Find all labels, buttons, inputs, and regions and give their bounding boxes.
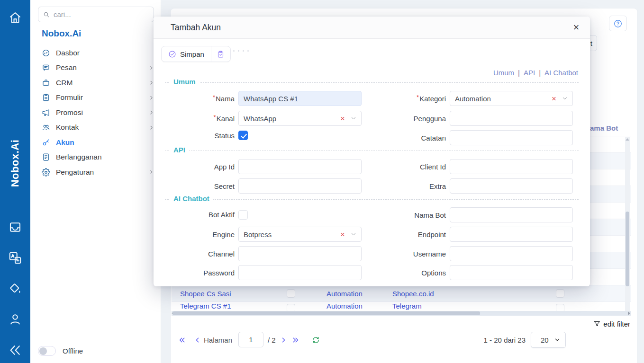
engine-select[interactable]: Botpress ×: [238, 227, 362, 242]
sidebar-item-dasbor[interactable]: Dasbor: [30, 45, 161, 61]
first-page-icon: [178, 336, 186, 344]
drag-dots: [233, 50, 249, 52]
options-input[interactable]: [450, 265, 573, 280]
close-button[interactable]: ×: [569, 20, 583, 35]
edit-filter-button[interactable]: edit filter: [593, 320, 630, 328]
megaphone-icon: [42, 108, 50, 117]
nama-input[interactable]: [238, 91, 362, 106]
tambah-akun-modal: Tambah Akun × Simpan Umum | API | AI Cha…: [154, 17, 590, 286]
clear-icon[interactable]: ×: [340, 115, 345, 123]
prev-page-button[interactable]: [193, 332, 201, 348]
tab-ai-chatbot[interactable]: AI Chatbot: [544, 69, 578, 77]
section-ai-chatbot: AI Chatbot: [165, 199, 579, 200]
user-icon[interactable]: [8, 312, 22, 327]
bot-aktif-checkbox[interactable]: [238, 210, 248, 220]
field-endpoint: Endpoint: [376, 227, 573, 242]
username-input[interactable]: [450, 246, 573, 261]
last-page-icon: [291, 336, 299, 344]
sidebar-item-promosi[interactable]: Promosi: [30, 105, 161, 120]
row-checkbox[interactable]: [556, 289, 564, 298]
extra-input[interactable]: [450, 178, 573, 194]
modal-toolbar: Simpan: [161, 46, 231, 62]
app-root: Nobox.Ai Nobox.Ai Dasbor Pesan CRM: [0, 0, 644, 363]
field-status: Status: [165, 131, 248, 140]
page-number-input[interactable]: [238, 332, 263, 347]
scroll-right-arrow[interactable]: [628, 311, 630, 315]
vertical-scroll-thumb[interactable]: [626, 212, 629, 286]
range-label: 1 - 20 dari 23: [484, 332, 526, 348]
sidebar-search[interactable]: [38, 7, 154, 22]
client-id-input[interactable]: [450, 159, 573, 174]
status-checkbox[interactable]: [238, 131, 248, 140]
document-icon: [42, 153, 50, 161]
next-page-icon: [280, 336, 288, 344]
check-circle-icon: [168, 50, 176, 58]
field-app-id: App Id: [165, 159, 362, 174]
next-page-button[interactable]: [280, 332, 288, 348]
last-page-button[interactable]: [291, 332, 299, 348]
sidebar-item-pesan[interactable]: Pesan: [30, 61, 161, 76]
chevron-down-icon[interactable]: [350, 231, 357, 238]
field-nama: *Nama: [165, 91, 362, 106]
sidebar-item-formulir[interactable]: Formulir: [30, 90, 161, 106]
field-nama-bot: Nama Bot: [376, 207, 573, 222]
sidebar-brand: Nobox.Ai: [42, 28, 81, 39]
clear-icon[interactable]: ×: [340, 230, 345, 239]
app-id-input[interactable]: [238, 159, 362, 174]
kategori-select[interactable]: Automation ×: [450, 91, 573, 106]
field-channel: Channel: [165, 246, 362, 261]
vertical-scrollbar[interactable]: [625, 137, 630, 316]
help-button[interactable]: [609, 16, 627, 31]
translate-icon[interactable]: [8, 251, 22, 265]
channel-input[interactable]: [238, 246, 362, 261]
field-kanal: *Kanal WhatsApp ×: [165, 111, 362, 126]
horizontal-scroll-thumb[interactable]: [173, 311, 480, 315]
first-page-button[interactable]: [178, 332, 186, 348]
search-input[interactable]: [54, 10, 149, 18]
secret-input[interactable]: [238, 178, 362, 194]
chevron-down-icon[interactable]: [350, 115, 357, 122]
sidebar-item-pengaturan[interactable]: Pengaturan: [30, 165, 161, 180]
pengguna-input[interactable]: [450, 111, 573, 126]
password-input[interactable]: [238, 265, 362, 280]
refresh-icon: [312, 336, 320, 344]
sidebar-item-crm[interactable]: CRM: [30, 75, 161, 90]
funnel-icon: [593, 320, 600, 328]
catatan-input[interactable]: [450, 130, 573, 145]
nama-bot-input[interactable]: [450, 207, 573, 222]
total-pages-label: / 2: [268, 332, 276, 348]
field-options: Options: [376, 265, 573, 280]
tab-api[interactable]: API: [524, 69, 535, 77]
sidebar-item-akun[interactable]: Akun: [30, 135, 161, 150]
home-icon[interactable]: [8, 10, 22, 25]
sidebar: Nobox.Ai Dasbor Pesan CRM Formulir: [30, 0, 161, 363]
save-button[interactable]: Simpan: [162, 46, 211, 62]
tab-umum[interactable]: Umum: [493, 69, 514, 77]
row-name-link[interactable]: Shopee Cs Sasi: [180, 285, 231, 302]
modal-header: Tambah Akun ×: [154, 17, 590, 39]
row-category: Automation: [327, 285, 363, 302]
field-secret: Secret: [165, 178, 362, 194]
sidebar-item-berlangganan[interactable]: Berlangganan: [30, 150, 161, 165]
table-row-shopee[interactable]: Shopee Cs Sasi Automation Shopee.co.id: [172, 285, 631, 302]
clear-icon[interactable]: ×: [552, 95, 556, 103]
kanal-select[interactable]: WhatsApp ×: [238, 111, 362, 126]
offline-label: Offline: [63, 347, 83, 355]
collapse-icon[interactable]: [8, 343, 22, 357]
horizontal-scrollbar[interactable]: [172, 311, 631, 316]
clipboard-button[interactable]: [211, 46, 230, 62]
sidebar-item-kontak[interactable]: Kontak: [30, 120, 161, 135]
row-domain: Telegram: [392, 302, 422, 310]
field-engine: Engine Botpress ×: [165, 227, 362, 242]
inbox-icon[interactable]: [8, 220, 22, 234]
row-name-link[interactable]: Telegram CS #1: [180, 302, 231, 310]
chevron-down-icon[interactable]: [562, 95, 568, 102]
offline-toggle[interactable]: [38, 346, 56, 356]
ink-drop-icon[interactable]: [8, 282, 22, 296]
refresh-button[interactable]: [312, 332, 320, 348]
scroll-up-arrow[interactable]: [626, 138, 629, 141]
endpoint-input[interactable]: [450, 227, 573, 242]
page-size-select[interactable]: 20: [531, 332, 566, 348]
modal-title: Tambah Akun: [171, 17, 221, 39]
row-checkbox[interactable]: [287, 289, 295, 298]
